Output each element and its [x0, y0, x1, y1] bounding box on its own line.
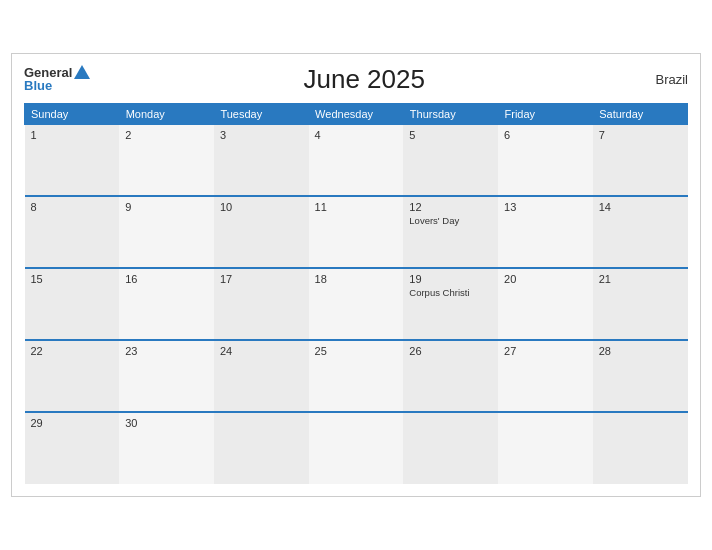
day-cell: 24: [214, 340, 309, 412]
day-cell: [403, 412, 498, 484]
day-cell: 23: [119, 340, 214, 412]
day-number: 21: [599, 273, 682, 285]
weekday-header-sunday: Sunday: [25, 103, 120, 124]
day-number: 28: [599, 345, 682, 357]
day-cell: 18: [309, 268, 404, 340]
day-number: 20: [504, 273, 587, 285]
day-cell: 25: [309, 340, 404, 412]
day-number: 17: [220, 273, 303, 285]
weekday-header-tuesday: Tuesday: [214, 103, 309, 124]
day-number: 1: [31, 129, 114, 141]
day-event: Lovers' Day: [409, 215, 492, 226]
day-number: 27: [504, 345, 587, 357]
day-cell: 28: [593, 340, 688, 412]
day-number: 11: [315, 201, 398, 213]
week-row-5: 2930: [25, 412, 688, 484]
day-cell: [309, 412, 404, 484]
day-number: 6: [504, 129, 587, 141]
weekday-header-saturday: Saturday: [593, 103, 688, 124]
day-number: 10: [220, 201, 303, 213]
weekday-header-friday: Friday: [498, 103, 593, 124]
logo: General Blue: [24, 66, 90, 92]
day-number: 24: [220, 345, 303, 357]
day-cell: 6: [498, 124, 593, 196]
day-cell: 30: [119, 412, 214, 484]
day-number: 23: [125, 345, 208, 357]
day-cell: [498, 412, 593, 484]
day-cell: [214, 412, 309, 484]
day-cell: 7: [593, 124, 688, 196]
week-row-4: 22232425262728: [25, 340, 688, 412]
day-cell: 3: [214, 124, 309, 196]
weekday-header-monday: Monday: [119, 103, 214, 124]
day-cell: 26: [403, 340, 498, 412]
day-event: Corpus Christi: [409, 287, 492, 298]
day-number: 3: [220, 129, 303, 141]
week-row-1: 1234567: [25, 124, 688, 196]
day-cell: 17: [214, 268, 309, 340]
day-number: 13: [504, 201, 587, 213]
day-cell: 9: [119, 196, 214, 268]
day-cell: 27: [498, 340, 593, 412]
week-row-3: 1516171819Corpus Christi2021: [25, 268, 688, 340]
day-cell: 20: [498, 268, 593, 340]
day-cell: [593, 412, 688, 484]
day-number: 29: [31, 417, 114, 429]
day-number: 7: [599, 129, 682, 141]
calendar-header: General Blue June 2025 Brazil: [24, 64, 688, 95]
day-cell: 2: [119, 124, 214, 196]
day-cell: 22: [25, 340, 120, 412]
day-number: 5: [409, 129, 492, 141]
day-number: 2: [125, 129, 208, 141]
day-number: 15: [31, 273, 114, 285]
day-number: 16: [125, 273, 208, 285]
day-cell: 8: [25, 196, 120, 268]
day-number: 30: [125, 417, 208, 429]
weekday-header-row: SundayMondayTuesdayWednesdayThursdayFrid…: [25, 103, 688, 124]
day-number: 18: [315, 273, 398, 285]
weekday-header-thursday: Thursday: [403, 103, 498, 124]
calendar-container: General Blue June 2025 Brazil SundayMond…: [11, 53, 701, 498]
country-label: Brazil: [638, 72, 688, 87]
day-number: 26: [409, 345, 492, 357]
day-cell: 1: [25, 124, 120, 196]
day-cell: 12Lovers' Day: [403, 196, 498, 268]
day-cell: 13: [498, 196, 593, 268]
logo-blue-text: Blue: [24, 79, 52, 92]
day-number: 14: [599, 201, 682, 213]
day-cell: 4: [309, 124, 404, 196]
day-cell: 29: [25, 412, 120, 484]
day-cell: 16: [119, 268, 214, 340]
day-number: 9: [125, 201, 208, 213]
day-cell: 14: [593, 196, 688, 268]
day-number: 8: [31, 201, 114, 213]
day-cell: 5: [403, 124, 498, 196]
day-number: 4: [315, 129, 398, 141]
day-number: 12: [409, 201, 492, 213]
weekday-header-wednesday: Wednesday: [309, 103, 404, 124]
day-cell: 21: [593, 268, 688, 340]
week-row-2: 89101112Lovers' Day1314: [25, 196, 688, 268]
day-cell: 10: [214, 196, 309, 268]
day-number: 25: [315, 345, 398, 357]
day-number: 22: [31, 345, 114, 357]
day-cell: 15: [25, 268, 120, 340]
calendar-title: June 2025: [90, 64, 638, 95]
calendar-table: SundayMondayTuesdayWednesdayThursdayFrid…: [24, 103, 688, 485]
logo-triangle-icon: [74, 65, 90, 79]
day-number: 19: [409, 273, 492, 285]
day-cell: 11: [309, 196, 404, 268]
day-cell: 19Corpus Christi: [403, 268, 498, 340]
